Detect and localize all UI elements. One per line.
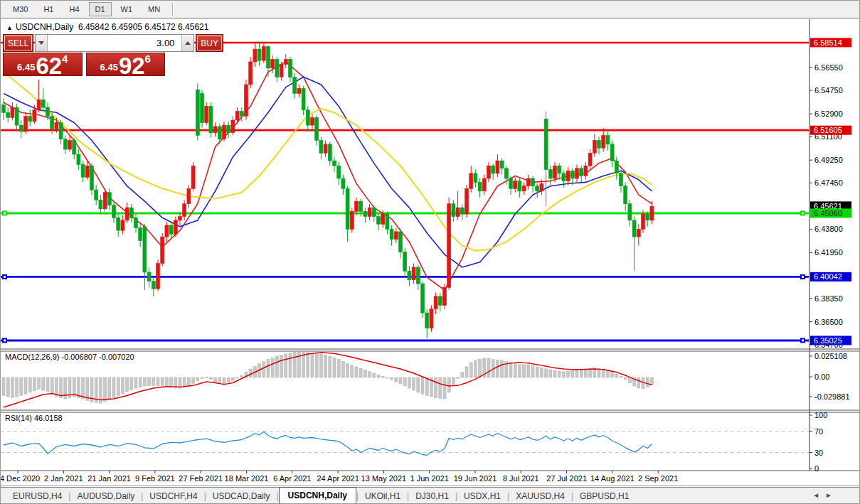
svg-text:13 May 2021: 13 May 2021 — [361, 474, 407, 483]
trading-terminal-window: M30H1H4D1W1MN 6.565506.547506.529006.511… — [0, 0, 860, 504]
svg-text:6.47450: 6.47450 — [814, 178, 843, 187]
sell-price-pip: 4 — [62, 53, 68, 65]
svg-text:6.45060: 6.45060 — [814, 209, 842, 218]
svg-text:8 Jul 2021: 8 Jul 2021 — [503, 474, 539, 483]
chart-background — [1, 18, 860, 487]
volume-control — [35, 34, 194, 52]
tab-gbpusd-h1[interactable]: GBPUSD,H1 — [573, 489, 635, 503]
buy-button[interactable]: BUY — [196, 34, 223, 52]
tab-usdchf-h4[interactable]: USDCHF,H4 — [143, 489, 203, 503]
buy-quote-tile[interactable]: 6.45 92 6 — [86, 53, 166, 76]
svg-text:9 Feb 2021: 9 Feb 2021 — [135, 474, 175, 483]
buy-price-pip: 6 — [145, 53, 151, 65]
svg-text:14 Aug 2021: 14 Aug 2021 — [590, 474, 635, 483]
svg-text:0: 0 — [814, 464, 819, 473]
svg-text:100: 100 — [814, 411, 827, 419]
tab-usdcad-daily[interactable]: USDCAD,Daily — [206, 489, 277, 503]
sell-quote-tile[interactable]: 6.45 62 4 — [3, 53, 83, 76]
timeframe-button-h1[interactable]: H1 — [37, 2, 60, 16]
triangle-up-icon — [185, 41, 191, 45]
svg-text:1 Jun 2021: 1 Jun 2021 — [410, 474, 448, 483]
volume-increase-button[interactable] — [181, 35, 193, 51]
svg-text:6.36500: 6.36500 — [814, 318, 843, 326]
volume-decrease-button[interactable] — [36, 35, 48, 51]
tab-usdcnh-daily[interactable]: USDCNH,Daily — [279, 487, 356, 504]
buy-price-prefix: 6.45 — [100, 62, 118, 73]
svg-text:0.00: 0.00 — [814, 372, 829, 381]
toolbar-separator — [172, 3, 174, 16]
line-handle-dot — [4, 276, 6, 278]
svg-text:6.43800: 6.43800 — [814, 225, 843, 233]
chart-ohlc-values: 6.45842 6.45905 6.45172 6.45621 — [78, 22, 209, 32]
line-handle-dot — [802, 339, 804, 341]
svg-text:70: 70 — [814, 427, 823, 436]
svg-text:19 Jun 2021: 19 Jun 2021 — [454, 474, 497, 483]
tab-usdx-h1[interactable]: USDX,H1 — [457, 489, 507, 503]
svg-text:2 Sep 2021: 2 Sep 2021 — [638, 474, 678, 483]
timeframe-button-h4[interactable]: H4 — [63, 2, 85, 16]
symbol-tab-bar: EURUSD,H4|AUDUSD,Daily|USDCHF,H4|USDCAD,… — [1, 487, 860, 504]
line-handle-dot — [802, 212, 804, 214]
svg-text:21 Jan 2021: 21 Jan 2021 — [87, 474, 131, 483]
timeframe-button-w1[interactable]: W1 — [115, 2, 139, 16]
tab-eurusd-h4[interactable]: EURUSD,H4 — [6, 489, 68, 503]
svg-text:6.51605: 6.51605 — [814, 126, 842, 134]
svg-text:-0.029881: -0.029881 — [814, 392, 850, 401]
timeframe-button-d1[interactable]: D1 — [89, 2, 112, 16]
svg-text:14 Dec 2020: 14 Dec 2020 — [1, 474, 40, 483]
chart-title: ▲USDCNH,Daily 6.45842 6.45905 6.45172 6.… — [6, 22, 208, 32]
svg-text:6.56550: 6.56550 — [814, 63, 843, 72]
sell-price-big: 62 — [36, 57, 62, 75]
timeframe-button-m30[interactable]: M30 — [6, 2, 34, 16]
triangle-down-icon — [38, 41, 44, 45]
buy-price-big: 92 — [119, 57, 145, 75]
tab-xauusd-h4[interactable]: XAUUSD,H4 — [509, 489, 571, 503]
tab-scroll-left-icon[interactable]: ◄ — [812, 491, 819, 499]
timeframe-button-mn[interactable]: MN — [142, 2, 166, 16]
svg-text:6.54750: 6.54750 — [814, 86, 843, 95]
svg-text:18 Mar 2021: 18 Mar 2021 — [225, 474, 269, 483]
collapse-triangle-icon: ▲ — [6, 24, 13, 31]
line-handle-dot — [4, 212, 6, 214]
chart-canvas[interactable]: 6.565506.547506.529006.511006.492506.474… — [1, 18, 860, 487]
macd-indicator-label: MACD(12,26,9) -0.006807 -0.007020 — [5, 353, 134, 361]
trade-panel: SELL BUY 6.45 62 4 6.45 92 6 — [3, 34, 165, 76]
svg-text:6.49250: 6.49250 — [814, 156, 843, 164]
chart-symbol-label: USDCNH,Daily — [16, 22, 73, 32]
svg-text:6.41950: 6.41950 — [814, 248, 843, 257]
svg-text:0.025108: 0.025108 — [814, 352, 847, 360]
tab-dj30-h1[interactable]: DJ30,H1 — [409, 489, 455, 503]
timeframe-toolbar: M30H1H4D1W1MN — [1, 1, 860, 18]
svg-text:30: 30 — [814, 449, 823, 457]
svg-text:6.38350: 6.38350 — [814, 294, 843, 303]
svg-text:6.40042: 6.40042 — [814, 272, 842, 281]
svg-text:6 Apr 2021: 6 Apr 2021 — [273, 474, 311, 483]
svg-text:24 Apr 2021: 24 Apr 2021 — [317, 474, 359, 483]
line-handle-dot — [802, 276, 804, 278]
svg-text:27 Feb 2021: 27 Feb 2021 — [179, 474, 223, 483]
sell-price-prefix: 6.45 — [17, 62, 35, 73]
line-handle-dot — [4, 339, 6, 341]
tab-audusd-daily[interactable]: AUDUSD,Daily — [70, 489, 141, 503]
sell-button[interactable]: SELL — [3, 34, 33, 52]
tab-ukoil-h1[interactable]: UKOil,H1 — [359, 489, 407, 503]
svg-text:6.52900: 6.52900 — [814, 109, 843, 118]
svg-text:2 Jan 2021: 2 Jan 2021 — [44, 474, 83, 483]
tab-scroll-arrows: ◄ ► — [812, 491, 832, 499]
svg-text:6.58514: 6.58514 — [814, 38, 842, 47]
svg-text:6.35025: 6.35025 — [814, 336, 842, 345]
svg-text:27 Jul 2021: 27 Jul 2021 — [546, 474, 587, 483]
volume-input[interactable] — [48, 35, 181, 51]
rsi-indicator-label: RSI(14) 46.0158 — [5, 414, 63, 422]
tab-scroll-right-icon[interactable]: ► — [825, 491, 832, 499]
